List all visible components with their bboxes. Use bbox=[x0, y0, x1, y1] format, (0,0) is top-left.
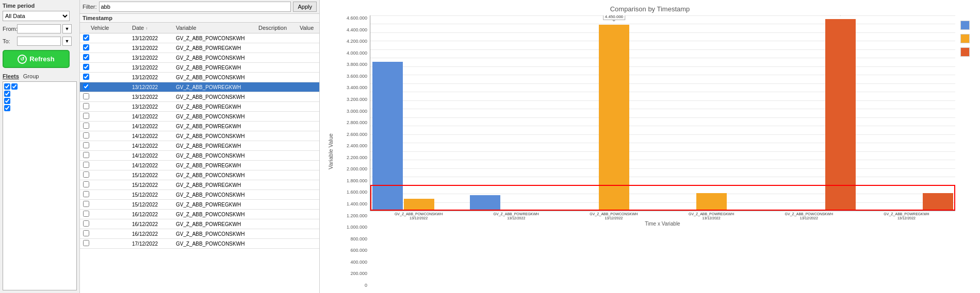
row-checkbox[interactable] bbox=[83, 152, 89, 158]
table-row[interactable]: 14/12/2022 GV_Z_ABB_POWCONSKWH bbox=[80, 131, 319, 141]
row-value bbox=[298, 37, 319, 39]
row-checkbox[interactable] bbox=[83, 230, 89, 236]
table-row[interactable]: 15/12/2022 GV_Z_ABB_POWREGKWH bbox=[80, 200, 319, 210]
bar[interactable]: 4.500.000 bbox=[825, 19, 856, 211]
row-checkbox[interactable] bbox=[83, 142, 89, 148]
row-checkbox[interactable] bbox=[83, 201, 89, 207]
row-checkbox[interactable] bbox=[83, 103, 89, 109]
bar[interactable] bbox=[404, 199, 434, 211]
table-row[interactable]: 13/12/2022 GV_Z_ABB_POWREGKWH bbox=[80, 82, 319, 92]
table-row[interactable]: 14/12/2022 GV_Z_ABB_POWREGKWH bbox=[80, 161, 319, 170]
to-calendar-button[interactable]: ▼ bbox=[62, 37, 72, 46]
x-label-date: 13/12/2022 bbox=[897, 216, 916, 220]
row-checkbox-cell[interactable] bbox=[80, 190, 89, 199]
row-checkbox[interactable] bbox=[83, 211, 89, 217]
table-row[interactable]: 14/12/2022 GV_Z_ABB_POWCONSKWH bbox=[80, 112, 319, 122]
row-checkbox-cell[interactable] bbox=[80, 210, 89, 219]
table-row[interactable]: 14/12/2022 GV_Z_ABB_POWCONSKWH bbox=[80, 151, 319, 161]
row-checkbox[interactable] bbox=[83, 191, 89, 197]
row-checkbox-cell[interactable] bbox=[80, 239, 89, 248]
tree-checkbox-2[interactable] bbox=[4, 98, 10, 104]
table-row[interactable]: 14/12/2022 GV_Z_ABB_POWREGKWH bbox=[80, 141, 319, 151]
header-date: Date ↑ bbox=[130, 24, 174, 32]
bar[interactable] bbox=[696, 193, 727, 211]
row-checkbox-cell[interactable] bbox=[80, 102, 89, 111]
row-checkbox[interactable] bbox=[83, 44, 89, 50]
row-checkbox-cell[interactable] bbox=[80, 82, 89, 92]
row-checkbox-cell[interactable] bbox=[80, 219, 89, 229]
to-date-input[interactable] bbox=[17, 37, 61, 46]
row-checkbox-cell[interactable] bbox=[80, 180, 89, 189]
row-checkbox[interactable] bbox=[83, 181, 89, 187]
row-checkbox[interactable] bbox=[83, 74, 89, 80]
filter-input[interactable] bbox=[99, 2, 291, 12]
tree-area[interactable] bbox=[3, 81, 77, 290]
row-variable: GV_Z_ABB_POWCONSKWH bbox=[174, 230, 257, 238]
table-row[interactable]: 16/12/2022 GV_Z_ABB_POWCONSKWH bbox=[80, 229, 319, 239]
table-row[interactable]: 13/12/2022 GV_Z_ABB_POWCONSKWH bbox=[80, 33, 319, 43]
row-checkbox[interactable] bbox=[83, 35, 89, 41]
table-row[interactable]: 15/12/2022 GV_Z_ABB_POWCONSKWH bbox=[80, 170, 319, 180]
row-checkbox-cell[interactable] bbox=[80, 33, 89, 43]
bar[interactable] bbox=[372, 62, 403, 211]
row-checkbox-cell[interactable] bbox=[80, 63, 89, 72]
row-checkbox-cell[interactable] bbox=[80, 92, 89, 101]
table-row[interactable]: 13/12/2022 GV_Z_ABB_POWREGKWH bbox=[80, 63, 319, 73]
row-checkbox[interactable] bbox=[83, 171, 89, 178]
row-checkbox-cell[interactable] bbox=[80, 151, 89, 160]
row-checkbox[interactable] bbox=[83, 93, 89, 99]
tree-checkbox-1[interactable] bbox=[4, 91, 10, 97]
table-row[interactable]: 15/12/2022 GV_Z_ABB_POWCONSKWH bbox=[80, 190, 319, 200]
row-description bbox=[257, 135, 298, 137]
y-axis-tick: 3.200.000 bbox=[339, 97, 367, 102]
row-checkbox-cell[interactable] bbox=[80, 112, 89, 121]
row-checkbox[interactable] bbox=[83, 162, 89, 168]
row-checkbox[interactable] bbox=[83, 220, 89, 227]
tree-checkbox-root[interactable] bbox=[4, 83, 10, 90]
table-row[interactable]: 13/12/2022 GV_Z_ABB_POWCONSKWH bbox=[80, 53, 319, 63]
row-checkbox[interactable] bbox=[83, 54, 89, 60]
table-row[interactable]: 13/12/2022 GV_Z_ABB_POWCONSKWH bbox=[80, 92, 319, 102]
row-checkbox[interactable] bbox=[83, 113, 89, 119]
row-checkbox-cell[interactable] bbox=[80, 161, 89, 170]
row-checkbox-cell[interactable] bbox=[80, 229, 89, 238]
tree-checkbox-child1[interactable] bbox=[11, 83, 18, 90]
table-row[interactable]: 17/12/2022 GV_Z_ABB_POWCONSKWH bbox=[80, 239, 319, 249]
from-calendar-button[interactable]: ▼ bbox=[62, 24, 72, 33]
row-checkbox[interactable] bbox=[83, 240, 89, 246]
row-checkbox-cell[interactable] bbox=[80, 53, 89, 62]
table-row[interactable]: 13/12/2022 GV_Z_ABB_POWREGKWH bbox=[80, 43, 319, 53]
row-checkbox-cell[interactable] bbox=[80, 170, 89, 180]
group-label[interactable]: Group bbox=[23, 73, 39, 79]
table-row[interactable]: 14/12/2022 GV_Z_ABB_POWREGKWH bbox=[80, 122, 319, 131]
bar[interactable] bbox=[470, 195, 500, 211]
bar[interactable] bbox=[923, 193, 953, 211]
row-checkbox-cell[interactable] bbox=[80, 73, 89, 82]
row-checkbox-cell[interactable] bbox=[80, 200, 89, 209]
table-row[interactable]: 16/12/2022 GV_Z_ABB_POWREGKWH bbox=[80, 219, 319, 229]
row-checkbox[interactable] bbox=[83, 132, 89, 139]
row-checkbox[interactable] bbox=[83, 123, 89, 129]
time-period-label: Time period bbox=[3, 3, 77, 9]
apply-button[interactable]: Apply bbox=[293, 2, 317, 12]
chart-plot: 4.450.0004.500.000 bbox=[370, 15, 955, 211]
table-row[interactable]: 16/12/2022 GV_Z_ABB_POWCONSKWH bbox=[80, 210, 319, 219]
row-checkbox[interactable] bbox=[83, 64, 89, 70]
row-checkbox-cell[interactable] bbox=[80, 122, 89, 131]
bar[interactable]: 4.450.000 bbox=[599, 25, 629, 211]
row-checkbox-cell[interactable] bbox=[80, 131, 89, 141]
x-label-group: GV_Z_ABB_POWCONSKWH13/12/2022 bbox=[760, 211, 858, 220]
fleets-label[interactable]: Fleets bbox=[3, 73, 19, 79]
from-date-input[interactable] bbox=[17, 24, 61, 33]
refresh-button[interactable]: ↺ Refresh bbox=[3, 50, 70, 68]
row-checkbox-cell[interactable] bbox=[80, 141, 89, 150]
time-period-select[interactable]: All Data bbox=[3, 11, 70, 21]
table-row[interactable]: 13/12/2022 GV_Z_ABB_POWCONSKWH bbox=[80, 73, 319, 82]
table-body[interactable]: 13/12/2022 GV_Z_ABB_POWCONSKWH 13/12/202… bbox=[80, 33, 319, 293]
table-row[interactable]: 15/12/2022 GV_Z_ABB_POWREGKWH bbox=[80, 180, 319, 190]
tree-checkbox-3[interactable] bbox=[4, 105, 10, 111]
table-row[interactable]: 13/12/2022 GV_Z_ABB_POWREGKWH bbox=[80, 102, 319, 112]
row-checkbox[interactable] bbox=[83, 83, 89, 90]
header-check bbox=[80, 24, 89, 32]
row-checkbox-cell[interactable] bbox=[80, 43, 89, 53]
